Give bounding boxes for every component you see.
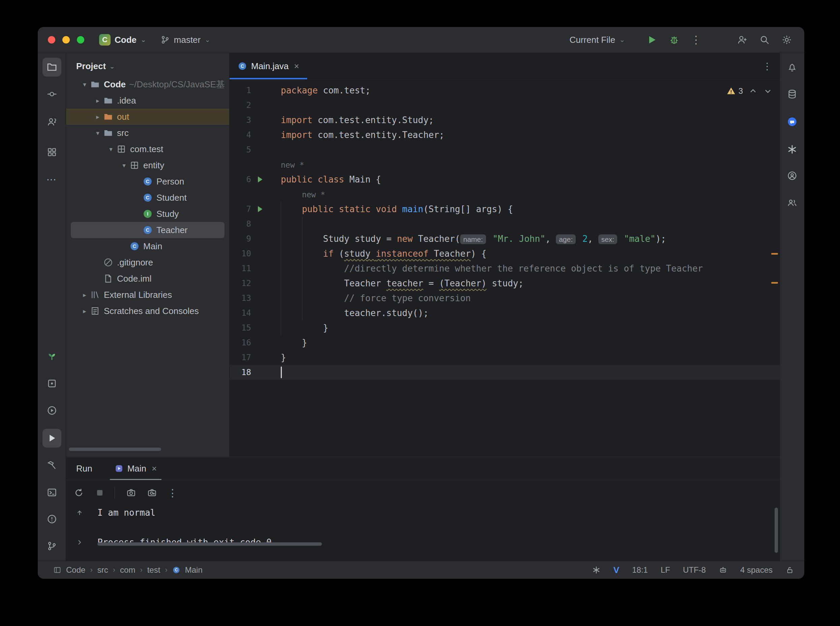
structure-toolwindow-button[interactable] [42,143,61,161]
code-line[interactable]: 16 } [230,335,780,350]
database-button[interactable] [783,85,802,103]
close-tab-icon[interactable]: × [152,463,157,474]
fold-output-icon[interactable] [73,535,86,550]
bookmarks-toolwindow-button[interactable] [42,374,61,393]
build-toolwindow-button[interactable] [42,456,61,474]
memory-snapshot-button[interactable] [144,485,160,501]
breadcrumb-item[interactable]: src [97,565,108,575]
code-line[interactable]: 18 [230,365,780,380]
more-toolwindows-button[interactable]: ⋯ [42,170,61,189]
tree-item-student[interactable]: CStudent [71,189,225,206]
tree-item--gitignore[interactable]: .gitignore [71,254,225,271]
code-line[interactable]: 9 Study study = new Teacher(name: "Mr. J… [230,232,780,246]
previous-warning-icon[interactable] [748,86,758,96]
chevron-down-icon[interactable]: ▾ [93,129,103,137]
add-user-button[interactable] [735,32,749,47]
tree-item-study[interactable]: IStudy [71,206,225,222]
breadcrumb-item[interactable]: Code [66,565,85,575]
breadcrumb-item[interactable]: test [147,565,161,575]
tree-item-scratches-and-consoles[interactable]: ▸Scratches and Consoles [71,303,225,319]
code-line[interactable]: 3import com.test.entity.Study; [230,113,780,127]
tree-item-external-libraries[interactable]: ▸External Libraries [71,287,225,303]
editor-area[interactable]: C Main.java × ⋮ 1package com.test;23impo… [230,53,780,456]
console-more-button[interactable]: ⋮ [165,485,181,501]
chevron-down-icon[interactable]: ▾ [80,81,90,88]
tab-options-icon[interactable]: ⋮ [762,61,772,72]
indent-widget[interactable]: 4 spaces [740,565,773,575]
terminal-toolwindow-button[interactable] [42,483,61,502]
line-separator-widget[interactable]: LF [660,565,670,575]
openai-icon[interactable] [592,566,601,574]
code-line[interactable]: 17} [230,350,780,365]
tree-item-src[interactable]: ▾src [71,125,225,141]
debug-button[interactable] [667,32,682,47]
code-with-me-button[interactable] [42,112,61,131]
maximize-window-button[interactable] [77,36,84,44]
tree-item--idea[interactable]: ▸.idea [71,92,225,109]
plugin-toolwindow-button[interactable] [42,346,61,365]
chevron-right-icon[interactable]: ▸ [80,291,90,299]
code-line[interactable]: 1package com.test; [230,83,780,98]
more-actions-button[interactable]: ⋮ [689,32,704,47]
tree-item-code[interactable]: ▾Code~/Desktop/CS/JavaSE基 [71,76,225,92]
inspections-widget[interactable]: 3 [726,86,773,96]
console-horizontal-scrollbar[interactable] [97,542,322,546]
code-line[interactable]: 11 //directly determine whether the refe… [230,261,780,276]
ai-chat-button[interactable] [783,112,802,131]
code-line[interactable]: 12 Teacher teacher = (Teacher) study; [230,276,780,291]
minimize-window-button[interactable] [62,36,70,44]
code-line[interactable]: 7 public static void main(String[] args)… [230,202,780,216]
code-line[interactable]: new * [230,157,780,172]
code-line[interactable]: 4import com.test.entity.Teacher; [230,127,780,142]
commit-toolwindow-button[interactable] [42,85,61,103]
tree-item-com-test[interactable]: ▾com.test [71,141,225,157]
close-tab-icon[interactable]: × [294,61,299,72]
tree-item-entity[interactable]: ▾entity [71,157,225,174]
breadcrumb-item[interactable]: com [120,565,135,575]
services-toolwindow-button[interactable] [42,401,61,420]
tree-item-main[interactable]: CMain [71,238,225,254]
rerun-button[interactable] [71,485,87,501]
project-panel-header[interactable]: Project ⌄ [66,53,229,76]
editor-tab-main-java[interactable]: C Main.java × [230,53,307,79]
encoding-widget[interactable]: UTF-8 [683,565,706,575]
openai-plugin-button[interactable] [783,140,802,159]
code-line[interactable]: 14 teacher.study(); [230,305,780,321]
close-window-button[interactable] [48,36,55,44]
chevron-right-icon[interactable]: ▸ [93,113,103,121]
warning-stripe-mark[interactable] [771,282,778,284]
lock-icon[interactable] [785,566,794,574]
code-line[interactable]: 6public class Main { [230,172,780,187]
robot-icon[interactable] [719,566,728,574]
tree-item-out[interactable]: ▸out [66,109,229,125]
code-line[interactable]: 15 } [230,321,780,335]
stop-button[interactable] [92,485,108,501]
thread-dump-button[interactable] [123,485,139,501]
tree-item-code-iml[interactable]: Code.iml [71,271,225,287]
next-warning-icon[interactable] [763,86,773,96]
assistant-button[interactable] [783,166,802,185]
caret-position-widget[interactable]: 18:1 [632,565,648,575]
warnings-counter[interactable]: 3 [726,86,743,96]
project-toolwindow-button[interactable] [42,58,61,77]
version-control-button[interactable] [42,537,61,556]
run-console[interactable]: I am normalProcess finished with exit co… [66,505,780,550]
run-button[interactable] [645,32,659,47]
chevron-down-icon[interactable]: ▾ [106,146,116,153]
code-line[interactable]: 8 [230,216,780,232]
project-horizontal-scrollbar[interactable] [69,448,161,451]
run-line-icon[interactable] [251,175,269,183]
run-tab-main[interactable]: Main × [110,457,162,480]
run-toolwindow-button[interactable] [42,429,61,448]
tool-window-widget-icon[interactable] [53,566,61,574]
search-button[interactable] [757,32,772,47]
chevron-right-icon[interactable]: ▸ [93,97,103,105]
code-editor[interactable]: 1package com.test;23import com.test.enti… [230,80,780,380]
tree-item-person[interactable]: CPerson [71,174,225,189]
tree-item-teacher[interactable]: CTeacher [71,222,225,238]
run-line-icon[interactable] [251,205,269,213]
settings-button[interactable] [779,32,794,47]
v-plugin-icon[interactable]: V [614,565,619,575]
problems-toolwindow-button[interactable] [42,510,61,529]
run-config-selector[interactable]: Current File ⌄ [569,35,625,45]
